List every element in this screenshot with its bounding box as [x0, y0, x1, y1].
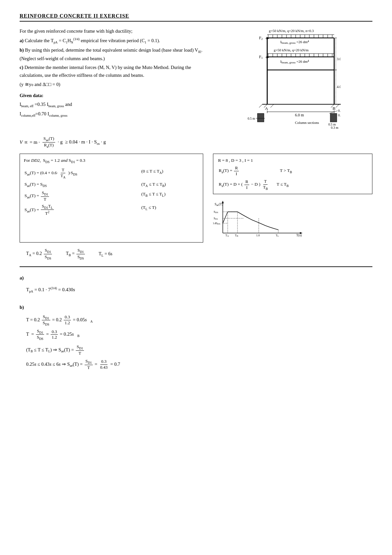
part-b-condition: (TB ≤ T ≤ TL) ⇒ Sae(T) = SD1T — [26, 344, 372, 356]
svg-text:F2: F2 — [259, 36, 263, 41]
given-data-label: Given data: — [20, 92, 207, 100]
part-b-content: T = 0.2 SD1SDS = 0.2 0.31.2 = 0.05s A T … — [26, 314, 372, 371]
svg-text:Ibeam, gross =26 dm4: Ibeam, gross =26 dm4 — [280, 40, 309, 44]
svg-text:0.3 m: 0.3 m — [338, 113, 341, 117]
given-data-line2: Icolumn,eff=0.70 Icolumn, gross — [20, 110, 207, 118]
tb-formula: TB = SD1SDS — [66, 248, 86, 260]
spectrum-row-3: Sae(T) = SD1T (TB ≤ T ≤ TL) — [24, 190, 198, 202]
svg-text:TA: TA — [225, 234, 229, 237]
intro-text: For the given reinforced concrete frame … — [20, 27, 207, 130]
svg-rect-67 — [257, 113, 264, 122]
spectrum-chart: Sae(T) T(s) SDS SD1 0.4SDS — [213, 199, 372, 243]
svg-text:3.0 m: 3.0 m — [337, 57, 341, 61]
svg-text:Sae(T): Sae(T) — [215, 202, 223, 207]
svg-text:g=50 kN/m, q=20 kN/m, n=0.3: g=50 kN/m, q=20 kN/m, n=0.3 — [269, 29, 314, 33]
spectrum-section: For DD2, SDS = 1.2 and SD1 = 0.3 Sae(T) … — [20, 154, 372, 243]
page-title: REINFORCED CONCRETE II EXERCISE — [20, 13, 372, 22]
ta-formula: TA = 0.2 SD1SDS — [26, 248, 53, 260]
given-data-line1: Ibeam, eff =0.35 Ibeam, gross and — [20, 101, 207, 109]
part-b-result: 0.25s ≤ 0.43s ≤ 6s ⇒ Sae(T) = SD1T = 0.3… — [26, 359, 372, 370]
intro-line1: For the given reinforced concrete frame … — [20, 27, 207, 35]
svg-text:T(s): T(s) — [296, 233, 302, 237]
spectrum-header: For DD2, SDS = 1.2 and SD1 = 0.3 — [24, 157, 199, 165]
vie-formula: VIE = m · Sae(T) Ra(T) · g ≥ 0.04 · m · … — [20, 136, 372, 148]
intro-line5: (y ≅y₀ and Δ□□ = 0) — [20, 81, 207, 89]
spectrum-row-2: Sae(T) = SDS (TA ≤ T ≤ TB) — [24, 180, 198, 189]
spectrum-table: Sae(T) = (0.4 + 0.6· TTA )·SDS (0 ≤ T ≤ … — [24, 166, 199, 217]
tl-formula: TL = 6s — [99, 251, 112, 257]
part-a-label: a) — [20, 273, 372, 283]
svg-rect-68 — [330, 113, 337, 122]
right-col: R = 8 , D = 3 , I = 1 Ra(T) = RI T > TB … — [213, 154, 372, 243]
svg-text:4.0 m: 4.0 m — [337, 85, 341, 89]
t-formulas: TA = 0.2 SD1SDS TB = SD1SDS TL = 6s — [26, 248, 372, 260]
svg-text:g=50 kN/m, q=20 kN/m: g=50 kN/m, q=20 kN/m — [274, 48, 309, 52]
ra-row-1: Ra(T) = RI T > TB — [219, 165, 292, 177]
svg-text:Ibeam, gross =26 dm4: Ibeam, gross =26 dm4 — [280, 59, 309, 64]
svg-line-74 — [329, 111, 337, 113]
solution-b: b) T = 0.2 SD1SDS = 0.2 0.31.2 = 0.05s A… — [20, 302, 372, 371]
svg-text:SD1: SD1 — [214, 217, 218, 220]
svg-text:A: A — [265, 106, 268, 111]
spectrum-row-1: Sae(T) = (0.4 + 0.6· TTA )·SDS (0 ≤ T ≤ … — [24, 167, 198, 179]
svg-text:6.0 m: 6.0 m — [295, 113, 304, 117]
svg-line-60 — [336, 104, 339, 108]
spectrum-box: For DD2, SDS = 1.2 and SD1 = 0.3 Sae(T) … — [20, 154, 203, 243]
svg-text:0.5 m: 0.5 m — [338, 109, 341, 112]
ra-row-2: Ra(T) = D + ( RI − D ) TTB T ≤ TB — [219, 177, 292, 191]
svg-text:B: B — [333, 106, 335, 111]
svg-line-56 — [259, 104, 262, 108]
svg-line-58 — [270, 104, 274, 108]
svg-text:TB: TB — [235, 234, 238, 237]
structural-diagram: g=50 kN/m, q=20 kN/m, n=0.3 — [217, 27, 372, 130]
svg-text:0.4SDS: 0.4SDS — [213, 222, 220, 225]
diagram-svg: g=50 kN/m, q=20 kN/m, n=0.3 — [217, 27, 341, 129]
svg-text:SDS: SDS — [214, 210, 218, 214]
intro-line2: a) Calculate the TpA = C1HN(3/4) empiric… — [20, 37, 207, 45]
r-box: R = 8 , D = 3 , I = 1 Ra(T) = RI T > TB … — [213, 154, 372, 194]
spectrum-row-4: Sae(T) = SD1TLT2 (TL ≤ T) — [24, 203, 198, 217]
part-b-tb: T = SD1SDS = 0.31.2 = 0.25s B — [26, 328, 372, 341]
svg-text:1.0: 1.0 — [256, 234, 260, 237]
part-b-label: b) — [20, 302, 372, 312]
intro-line3: b) By using this period, determine the t… — [20, 46, 207, 62]
r-header: R = 8 , D = 3 , I = 1 — [218, 157, 368, 165]
svg-text:F1: F1 — [259, 55, 263, 59]
svg-text:Column sections: Column sections — [295, 121, 319, 125]
svg-text:0.3 m: 0.3 m — [331, 126, 338, 129]
solution-a: a) TpA = 0.1 · 7(3/4) = 0.430s — [20, 273, 372, 295]
intro-line4: c) Determine the member internal forces … — [20, 64, 207, 79]
svg-text:0.5 m: 0.5 m — [248, 117, 255, 120]
chart-svg: Sae(T) T(s) SDS SD1 0.4SDS — [213, 199, 304, 241]
part-b-ta: T = 0.2 SD1SDS = 0.2 0.31.2 = 0.05s A — [26, 314, 372, 327]
svg-text:TL: TL — [276, 234, 279, 237]
svg-line-83 — [223, 212, 228, 223]
section-divider — [20, 266, 372, 267]
part-a-formula: TpA = 0.1 · 7(3/4) = 0.430s — [26, 285, 372, 295]
given-data: Given data: Ibeam, eff =0.35 Ibeam, gros… — [20, 92, 207, 118]
